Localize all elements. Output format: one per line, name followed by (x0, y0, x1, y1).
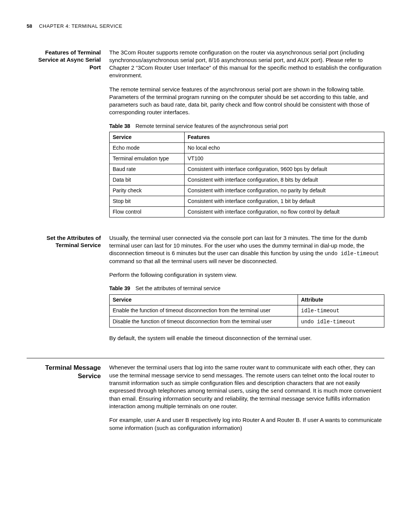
table-row: Parity checkConsistent with interface co… (110, 185, 384, 196)
table-cell: Consistent with interface configuration,… (185, 185, 384, 196)
table-row: Stop bitConsistent with interface config… (110, 196, 384, 206)
table-label: Table 39 (109, 285, 130, 291)
table-cell: Consistent with interface configuration,… (185, 164, 384, 175)
table-header: Attribute (298, 295, 384, 305)
inline-command: send (271, 388, 284, 394)
section-title: Features of Terminal Service at Async Se… (27, 49, 101, 224)
table-cell: Enable the function of timeout disconnec… (110, 305, 298, 316)
table-row: Baud rateConsistent with interface confi… (110, 164, 384, 175)
paragraph: Perform the following configuration in s… (109, 271, 384, 279)
command-text: undo idle-timeout (301, 319, 355, 325)
table-cell: idle-timeout (298, 305, 384, 316)
table-header: Features (185, 132, 384, 143)
table-cell: VT100 (185, 153, 384, 164)
table-cell: Consistent with interface configuration,… (185, 196, 384, 206)
table-cell: Consistent with interface configuration,… (185, 206, 384, 217)
section-divider (27, 358, 384, 358)
table-header: Service (110, 132, 185, 143)
text: command so that all the terminal users w… (109, 258, 277, 264)
section-body: The 3Com Router supports remote configur… (109, 49, 384, 224)
table-cell: Disable the function of timeout disconne… (110, 316, 298, 328)
table-row: Enable the function of timeout disconnec… (110, 305, 384, 316)
section-title: Terminal Message Service (27, 364, 101, 438)
page-header: 58 CHAPTER 4: TERMINAL SERVICE (27, 23, 384, 30)
table-caption-text: Remote terminal service features of the … (135, 123, 288, 129)
page-number: 58 (27, 23, 32, 30)
paragraph: Whenever the terminal users that log int… (109, 364, 384, 410)
section-features-async: Features of Terminal Service at Async Se… (27, 49, 384, 224)
table-caption-text: Set the attributes of terminal service (135, 285, 220, 291)
table-row: Disable the function of timeout disconne… (110, 316, 384, 328)
section-terminal-message: Terminal Message Service Whenever the te… (27, 364, 384, 438)
paragraph: Usually, the terminal user connected via… (109, 234, 384, 265)
table-39: Service Attribute Enable the function of… (109, 294, 384, 328)
section-set-attributes: Set the Attributes of Terminal Service U… (27, 234, 384, 348)
table-cell: Data bit (110, 175, 185, 185)
chapter-title: CHAPTER 4: TERMINAL SERVICE (39, 23, 122, 30)
inline-command: undo idle-timeout (325, 251, 379, 257)
table-header: Service (110, 295, 298, 305)
table-caption: Table 38 Remote terminal service feature… (109, 123, 384, 130)
table-cell: Flow control (110, 206, 185, 217)
table-38: Service Features Echo modeNo local echo … (109, 132, 384, 217)
table-caption: Table 39 Set the attributes of terminal … (109, 285, 384, 292)
table-row: Echo modeNo local echo (110, 143, 384, 153)
table-cell: Baud rate (110, 164, 185, 175)
table-cell: Echo mode (110, 143, 185, 153)
paragraph: The remote terminal service features of … (109, 86, 384, 117)
table-cell: Consistent with interface configuration,… (185, 175, 384, 185)
table-cell: Stop bit (110, 196, 185, 206)
paragraph: By default, the system will enable the t… (109, 334, 384, 342)
table-cell: No local echo (185, 143, 384, 153)
paragraph: For example, user A and user B respectiv… (109, 416, 384, 432)
table-row: Data bitConsistent with interface config… (110, 175, 384, 185)
command-text: idle-timeout (301, 308, 339, 314)
table-row: Flow controlConsistent with interface co… (110, 206, 384, 217)
paragraph: The 3Com Router supports remote configur… (109, 49, 384, 80)
table-cell: Parity check (110, 185, 185, 196)
table-cell: undo idle-timeout (298, 316, 384, 328)
section-body: Usually, the terminal user connected via… (109, 234, 384, 348)
table-row: Terminal emulation typeVT100 (110, 153, 384, 164)
section-body: Whenever the terminal users that log int… (109, 364, 384, 438)
table-cell: Terminal emulation type (110, 153, 185, 164)
section-title: Set the Attributes of Terminal Service (27, 234, 101, 348)
table-label: Table 38 (109, 123, 130, 129)
